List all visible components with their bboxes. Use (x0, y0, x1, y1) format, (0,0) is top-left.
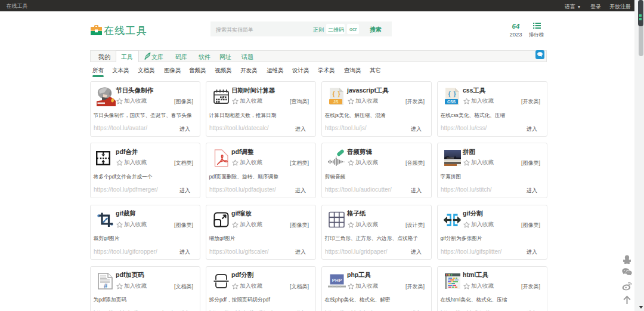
svg-text:#: # (104, 282, 107, 290)
svg-text:}: } (453, 90, 456, 97)
svg-text:{: { (448, 90, 450, 97)
svg-text:{: { (332, 90, 335, 97)
svg-text:PHP: PHP (332, 278, 342, 283)
svg-text:}: } (338, 90, 340, 97)
svg-text:CSS: CSS (447, 100, 456, 104)
svg-text:JS: JS (333, 99, 338, 104)
